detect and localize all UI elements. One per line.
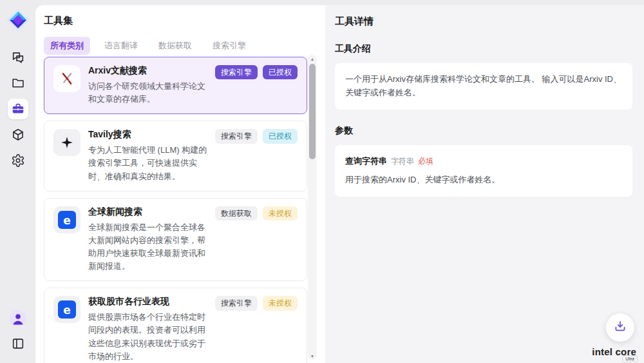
scrollbar-up-icon[interactable]: ▲ xyxy=(308,55,317,63)
category-badge: 数据获取 xyxy=(215,206,258,221)
svg-text:e: e xyxy=(63,304,71,317)
tool-desc: 全球新闻搜索是一个聚合全球各大新闻网站内容的搜索引擎，帮助用户快速获取全球最新资… xyxy=(88,221,207,273)
param-required-badge: 必填 xyxy=(418,157,433,166)
params-heading: 参数 xyxy=(335,125,632,137)
list-scrollbar[interactable]: ▲ ▼ xyxy=(308,55,317,360)
category-tabs: 所有类别语言翻译数据获取搜索引擎 xyxy=(44,37,325,55)
tool-card[interactable]: e获取股市各行业表现提供股票市场各个行业在特定时间段内的表现。投资者可以利用这些… xyxy=(44,288,307,363)
tool-card[interactable]: Arxiv文献搜索访问各个研究领域大量科学论文和文章的存储库。搜索引擎已授权 xyxy=(44,57,307,114)
main-panel: 工具集 所有类别语言翻译数据获取搜索引擎 Arxiv文献搜索访问各个研究领域大量… xyxy=(35,5,644,363)
status-badge: 已授权 xyxy=(263,65,298,79)
param-desc: 用于搜索的Arxiv ID、关键字或作者姓名。 xyxy=(345,173,622,187)
download-icon xyxy=(613,319,627,336)
app-root: { "app": { "logo_icon": "gem-logo-icon" … xyxy=(0,0,644,363)
tool-badges: 搜索引擎已授权 xyxy=(215,129,298,182)
tab-0[interactable]: 所有类别 xyxy=(44,37,90,55)
category-badge: 搜索引擎 xyxy=(215,129,258,143)
sidebar-rail xyxy=(0,0,35,363)
tool-desc: 专为人工智能代理 (LLM) 构建的搜索引擎工具，可快速提供实时、准确和真实的结… xyxy=(88,144,207,182)
param-name: 查询字符串 xyxy=(345,156,387,166)
news-e-icon: e xyxy=(53,206,80,233)
tool-details-pane: 工具详情 工具介绍 一个用于从Arxiv存储库搜索科学论文和文章的工具。 输入可… xyxy=(325,5,644,363)
tool-title: Arxiv文献搜索 xyxy=(88,65,207,77)
brand-badge: Ultra xyxy=(622,355,638,362)
category-badge: 搜索引擎 xyxy=(215,296,258,310)
scrollbar-down-icon[interactable]: ▼ xyxy=(308,352,317,360)
sidebar-bottom xyxy=(8,308,28,354)
param-card: 查询字符串字符串必填 用于搜索的Arxiv ID、关键字或作者姓名。 xyxy=(335,145,632,197)
param-header: 查询字符串字符串必填 xyxy=(345,155,622,168)
intel-core-brand: intel core Ultra xyxy=(592,346,636,357)
scrollbar-thumb[interactable] xyxy=(309,64,316,159)
tool-badges: 数据获取未授权 xyxy=(215,206,298,273)
tool-list-pane: 工具集 所有类别语言翻译数据获取搜索引擎 Arxiv文献搜索访问各个研究领域大量… xyxy=(35,5,325,363)
status-badge: 未授权 xyxy=(263,206,298,221)
intro-card: 一个用于从Arxiv存储库搜索科学论文和文章的工具。 输入可以是Arxiv ID… xyxy=(335,63,632,110)
tool-badges: 搜索引擎已授权 xyxy=(215,65,298,106)
intro-heading: 工具介绍 xyxy=(335,43,632,55)
tool-card-body: Tavily搜索专为人工智能代理 (LLM) 构建的搜索引擎工具，可快速提供实时… xyxy=(88,129,207,182)
tool-list: Arxiv文献搜索访问各个研究领域大量科学论文和文章的存储库。搜索引擎已授权Ta… xyxy=(44,57,307,363)
nav-gear-icon[interactable] xyxy=(8,150,28,171)
arxiv-icon xyxy=(53,65,80,92)
tab-1[interactable]: 语言翻译 xyxy=(98,37,144,55)
news-e-icon: e xyxy=(53,296,80,323)
tool-desc: 提供股票市场各个行业在特定时间段内的表现。投资者可以利用这些信息来识别表现优于或… xyxy=(88,311,207,363)
nav-panel-toggle-icon[interactable] xyxy=(8,333,28,354)
nav-folder-icon[interactable] xyxy=(8,73,28,93)
status-badge: 未授权 xyxy=(263,296,298,310)
tool-title: 全球新闻搜索 xyxy=(88,206,207,218)
nav-toolbox-icon[interactable] xyxy=(8,99,28,119)
tab-2[interactable]: 数据获取 xyxy=(152,37,198,55)
nav-user-avatar-icon[interactable] xyxy=(8,308,28,329)
tool-title: Tavily搜索 xyxy=(88,129,207,141)
status-badge: 已授权 xyxy=(263,129,298,143)
tavily-star-icon xyxy=(53,129,80,156)
sidebar-nav xyxy=(8,47,28,171)
tool-badges: 搜索引擎未授权 xyxy=(215,296,298,363)
tool-card[interactable]: Tavily搜索专为人工智能代理 (LLM) 构建的搜索引擎工具，可快速提供实时… xyxy=(44,121,307,191)
page-title: 工具集 xyxy=(44,15,325,27)
tool-card[interactable]: e全球新闻搜索全球新闻搜索是一个聚合全球各大新闻网站内容的搜索引擎，帮助用户快速… xyxy=(44,198,307,282)
details-title: 工具详情 xyxy=(335,15,632,28)
app-logo-gem-icon[interactable] xyxy=(5,6,32,34)
tool-card-body: 全球新闻搜索全球新闻搜索是一个聚合全球各大新闻网站内容的搜索引擎，帮助用户快速获… xyxy=(88,206,207,273)
nav-cube-icon[interactable] xyxy=(8,124,28,145)
intro-text: 一个用于从Arxiv存储库搜索科学论文和文章的工具。 输入可以是Arxiv ID… xyxy=(345,74,621,97)
tab-3[interactable]: 搜索引擎 xyxy=(206,37,252,55)
param-type: 字符串 xyxy=(391,157,414,166)
tool-card-body: Arxiv文献搜索访问各个研究领域大量科学论文和文章的存储库。 xyxy=(88,65,207,106)
nav-chat-icon[interactable] xyxy=(8,47,28,68)
tool-desc: 访问各个研究领域大量科学论文和文章的存储库。 xyxy=(88,80,207,106)
tool-title: 获取股市各行业表现 xyxy=(88,296,207,308)
category-badge: 搜索引擎 xyxy=(215,65,258,79)
tool-card-body: 获取股市各行业表现提供股票市场各个行业在特定时间段内的表现。投资者可以利用这些信… xyxy=(88,296,207,363)
svg-text:e: e xyxy=(63,213,71,226)
download-button[interactable] xyxy=(606,313,634,342)
